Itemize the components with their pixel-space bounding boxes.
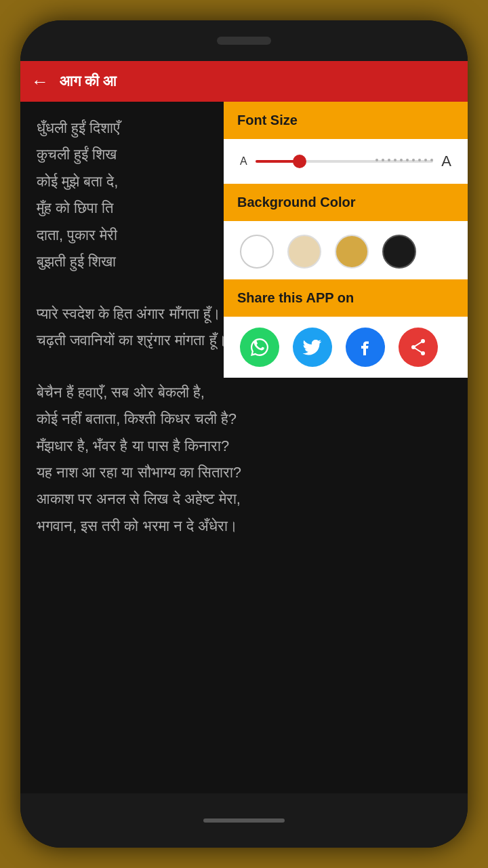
twitter-share-button[interactable] bbox=[293, 328, 332, 367]
background-color-section bbox=[224, 221, 468, 279]
slider-label-small: A bbox=[240, 155, 247, 167]
phone-bottom-bar bbox=[20, 793, 468, 848]
share-icons-row bbox=[224, 317, 468, 378]
whatsapp-share-button[interactable] bbox=[240, 328, 279, 367]
phone-top-bar bbox=[20, 20, 468, 61]
speaker bbox=[217, 37, 271, 45]
slider-label-large: A bbox=[441, 153, 451, 170]
color-options bbox=[240, 235, 451, 269]
background-color-header: Background Color bbox=[224, 184, 468, 221]
generic-share-button[interactable] bbox=[399, 328, 438, 367]
share-section bbox=[224, 317, 468, 378]
svg-line-4 bbox=[413, 347, 423, 353]
content-area: धुँधली हुईं दिशाएँ कुचली हुईं शिख कोई मु… bbox=[20, 102, 468, 793]
screen: ← आग की आ धुँधली हुईं दिशाएँ कुचली हुईं … bbox=[20, 61, 468, 793]
font-size-section: A bbox=[224, 139, 468, 184]
color-option-white[interactable] bbox=[240, 235, 274, 269]
home-indicator bbox=[203, 818, 285, 823]
svg-line-3 bbox=[413, 341, 423, 347]
color-option-tan[interactable] bbox=[335, 235, 369, 269]
font-size-slider[interactable] bbox=[256, 160, 434, 163]
color-option-cream[interactable] bbox=[287, 235, 321, 269]
settings-panel: Font Size A bbox=[224, 102, 468, 378]
share-header: Share this APP on bbox=[224, 279, 468, 317]
slider-thumb bbox=[293, 155, 306, 168]
page-title: आग की आ bbox=[60, 73, 117, 90]
slider-row: A bbox=[240, 153, 451, 170]
slider-dots bbox=[375, 159, 433, 161]
phone-frame: ← आग की आ धुँधली हुईं दिशाएँ कुचली हुईं … bbox=[20, 20, 468, 848]
color-option-black[interactable] bbox=[382, 235, 416, 269]
font-size-header: Font Size bbox=[224, 102, 468, 139]
toolbar: ← आग की आ bbox=[20, 61, 468, 102]
facebook-share-button[interactable] bbox=[346, 328, 385, 367]
back-button[interactable]: ← bbox=[31, 71, 49, 92]
